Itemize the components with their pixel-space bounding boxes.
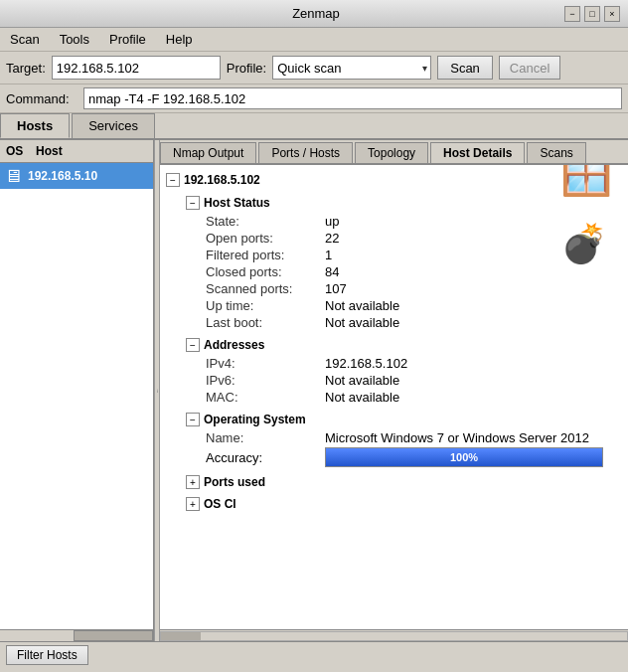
addresses-section[interactable]: − Addresses: [186, 335, 622, 355]
host-status-title: Host Status: [204, 196, 270, 210]
field-ipv6-label: IPv6:: [206, 373, 325, 388]
maximize-button[interactable]: □: [584, 6, 600, 22]
command-label: Command:: [6, 91, 78, 106]
field-filtered-ports: Filtered ports: 1: [186, 247, 560, 263]
field-mac: MAC: Not available: [186, 389, 622, 406]
field-scanned-ports-label: Scanned ports:: [206, 281, 325, 296]
command-row: Command:: [0, 84, 628, 113]
field-closed-ports-label: Closed ports:: [206, 264, 325, 279]
field-uptime-label: Up time:: [206, 298, 325, 313]
field-filtered-ports-value: 1: [325, 248, 332, 262]
accuracy-progress-fill: 100%: [326, 448, 602, 466]
field-ipv6: IPv6: Not available: [186, 372, 622, 389]
root-children: − Host Status 🪟 💣 Sta: [186, 193, 622, 514]
tab-hosts[interactable]: Hosts: [0, 113, 70, 138]
host-status-section[interactable]: − Host Status: [186, 193, 622, 213]
filter-hosts-button[interactable]: Filter Hosts: [6, 645, 88, 665]
os-cl-title: OS Cl: [204, 497, 236, 511]
addresses-toggle-icon[interactable]: −: [186, 338, 200, 352]
left-panel-hscrollbar[interactable]: [0, 629, 153, 641]
h-scroll-thumb[interactable]: [161, 632, 201, 640]
status-icons: 🪟 💣: [560, 165, 612, 262]
field-filtered-ports-label: Filtered ports:: [206, 248, 325, 262]
os-cl-section[interactable]: + OS Cl: [186, 494, 622, 514]
accuracy-progress-bar: 100%: [325, 447, 603, 467]
cancel-button[interactable]: Cancel: [499, 56, 560, 80]
field-mac-label: MAC:: [206, 390, 325, 405]
os-icon: 🪟: [560, 165, 612, 195]
ports-used-section[interactable]: + Ports used: [186, 472, 622, 492]
tab-scans[interactable]: Scans: [527, 142, 585, 163]
profile-dropdown-wrapper[interactable]: Quick scan Intense scan Ping scan ▾: [272, 56, 431, 80]
main-area: Hosts Services OS Host 🖥 192.168.5.10: [0, 113, 628, 668]
field-state-label: State:: [206, 214, 325, 229]
root-toggle-icon[interactable]: −: [166, 173, 180, 187]
host-address: 192.168.5.10: [28, 169, 97, 183]
target-input[interactable]: [52, 56, 221, 80]
menu-scan[interactable]: Scan: [4, 30, 46, 49]
profile-select[interactable]: Quick scan Intense scan Ping scan: [272, 56, 431, 80]
field-uptime: Up time: Not available: [186, 297, 622, 314]
field-scanned-ports-value: 107: [325, 281, 347, 296]
host-status-toggle-icon[interactable]: −: [186, 196, 200, 210]
command-input[interactable]: [83, 87, 622, 109]
root-node-title: 192.168.5.102: [184, 173, 260, 187]
field-os-name: Name: Microsoft Windows 7 or Windows Ser…: [186, 429, 622, 446]
os-title: Operating System: [204, 413, 306, 426]
titlebar: Zenmap − □ ×: [0, 0, 628, 28]
root-node-header[interactable]: − 192.168.5.102: [166, 171, 622, 189]
field-mac-value: Not available: [325, 390, 399, 405]
field-last-boot-label: Last boot:: [206, 315, 325, 330]
menu-help[interactable]: Help: [160, 30, 199, 49]
os-section[interactable]: − Operating System: [186, 410, 622, 429]
toolbar: Target: Profile: Quick scan Intense scan…: [0, 52, 628, 84]
field-open-ports: Open ports: 22: [186, 230, 560, 247]
field-open-ports-value: 22: [325, 231, 339, 246]
host-os-icon: 🖥: [4, 166, 24, 186]
details-area: − 192.168.5.102 − Host Status: [160, 165, 628, 629]
accuracy-progress-text: 100%: [450, 451, 478, 463]
tab-ports-hosts[interactable]: Ports / Hosts: [258, 142, 353, 163]
field-closed-ports: Closed ports: 84: [186, 263, 622, 280]
menu-tools[interactable]: Tools: [54, 30, 95, 49]
right-tab-bar: Nmap Output Ports / Hosts Topology Host …: [160, 140, 628, 165]
target-label: Target:: [6, 61, 46, 76]
col-os-header: OS: [2, 142, 32, 160]
left-tab-bar: Hosts Services: [0, 113, 628, 139]
profile-label: Profile:: [227, 61, 266, 76]
tab-services[interactable]: Services: [72, 113, 155, 138]
field-ipv4-label: IPv4:: [206, 356, 325, 371]
tab-nmap-output[interactable]: Nmap Output: [160, 142, 256, 163]
field-accuracy: Accuracy: 100%: [186, 446, 622, 468]
ports-used-title: Ports used: [204, 475, 265, 489]
col-host-header: Host: [32, 142, 67, 160]
scan-button[interactable]: Scan: [437, 56, 493, 80]
field-ipv4-value: 192.168.5.102: [325, 356, 407, 371]
field-closed-ports-value: 84: [325, 264, 339, 279]
host-row[interactable]: 🖥 192.168.5.10: [0, 163, 153, 189]
tab-topology[interactable]: Topology: [355, 142, 428, 163]
field-ipv4: IPv4: 192.168.5.102: [186, 355, 622, 372]
app-title: Zenmap: [68, 6, 564, 21]
minimize-button[interactable]: −: [564, 6, 580, 22]
right-hscrollbar[interactable]: [160, 629, 628, 641]
filter-hosts-bar: Filter Hosts: [0, 641, 628, 668]
ports-toggle-icon[interactable]: +: [186, 475, 200, 489]
window-controls[interactable]: − □ ×: [564, 6, 620, 22]
os-cl-toggle-icon[interactable]: +: [186, 497, 200, 511]
field-scanned-ports: Scanned ports: 107: [186, 280, 622, 297]
h-scroll-track[interactable]: [160, 631, 628, 641]
field-os-name-value: Microsoft Windows 7 or Windows Server 20…: [325, 430, 589, 445]
tab-host-details[interactable]: Host Details: [430, 142, 525, 163]
menu-profile[interactable]: Profile: [103, 30, 152, 49]
close-button[interactable]: ×: [604, 6, 620, 22]
host-details-scroll[interactable]: − 192.168.5.102 − Host Status: [160, 165, 628, 629]
menubar: Scan Tools Profile Help: [0, 28, 628, 52]
host-list: 🖥 192.168.5.10: [0, 163, 153, 629]
field-last-boot-value: Not available: [325, 315, 399, 330]
os-toggle-icon[interactable]: −: [186, 413, 200, 426]
field-uptime-value: Not available: [325, 298, 399, 313]
right-panel: Nmap Output Ports / Hosts Topology Host …: [160, 140, 628, 641]
root-node: − 192.168.5.102 − Host Status: [166, 171, 622, 514]
field-accuracy-label: Accuracy:: [206, 450, 325, 465]
